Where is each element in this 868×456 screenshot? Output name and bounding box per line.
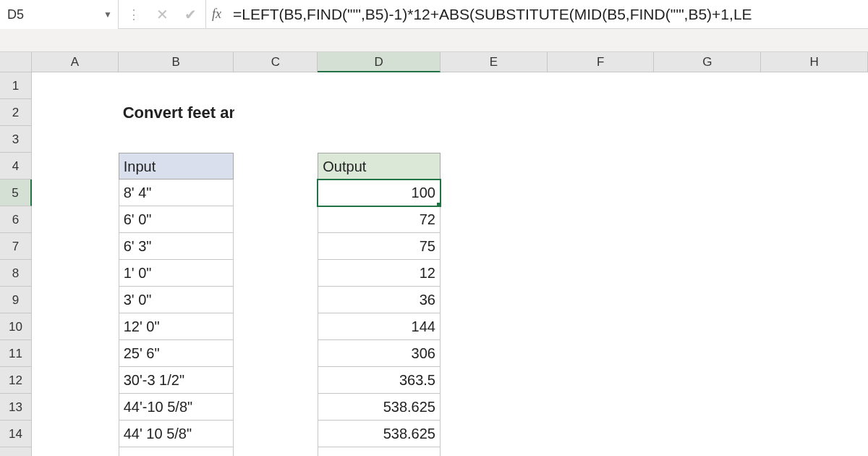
cell-H10[interactable]: [761, 313, 868, 340]
cell-G3[interactable]: [655, 126, 762, 153]
cell-H7[interactable]: [761, 233, 868, 260]
cell-D6[interactable]: 72: [318, 206, 441, 233]
cell-A3[interactable]: [32, 126, 119, 153]
cell-H15[interactable]: [761, 447, 868, 456]
cell-E12[interactable]: [441, 367, 548, 394]
cell-D14[interactable]: 538.625: [318, 421, 441, 447]
cell-H6[interactable]: [761, 206, 868, 233]
cell-A4[interactable]: [32, 153, 119, 180]
cell-F1[interactable]: [548, 72, 655, 99]
cell-G11[interactable]: [654, 340, 761, 367]
cell-G13[interactable]: [654, 394, 761, 421]
cell-F10[interactable]: [548, 313, 655, 340]
cell-A10[interactable]: [32, 313, 119, 340]
row-header-7[interactable]: 7: [0, 233, 32, 260]
row-header-11[interactable]: 11: [0, 340, 32, 367]
cell-H4[interactable]: [761, 153, 868, 180]
cell-A14[interactable]: [32, 421, 119, 447]
cell-F15[interactable]: [548, 447, 655, 456]
expand-icon[interactable]: ⋮: [127, 7, 140, 22]
cell-B3[interactable]: [119, 126, 234, 153]
cell-A13[interactable]: [32, 394, 119, 421]
cell-B7[interactable]: 6' 3": [119, 233, 234, 260]
cell-B14[interactable]: 44' 10 5/8": [119, 421, 234, 447]
cell-C1[interactable]: [234, 72, 318, 99]
cell-F8[interactable]: [548, 260, 655, 287]
cell-D7[interactable]: 75: [318, 233, 441, 260]
cell-D13[interactable]: 538.625: [318, 394, 441, 421]
cell-F7[interactable]: [548, 233, 655, 260]
cell-H12[interactable]: [761, 367, 868, 394]
cell-D11[interactable]: 306: [318, 340, 441, 367]
cell-G8[interactable]: [654, 260, 761, 287]
select-all-corner[interactable]: [0, 52, 32, 72]
cell-C3[interactable]: [234, 126, 318, 153]
cell-B2[interactable]: Convert feet and inches to inches: [119, 99, 234, 126]
col-header-B[interactable]: B: [119, 52, 234, 72]
cell-G4[interactable]: [654, 153, 761, 180]
formula-text[interactable]: =LEFT(B5,FIND("'",B5)-1)*12+ABS(SUBSTITU…: [233, 6, 752, 23]
cell-E5[interactable]: [441, 180, 548, 206]
fx-icon[interactable]: fx: [212, 7, 229, 22]
row-header-3[interactable]: 3: [0, 126, 32, 153]
row-header-8[interactable]: 8: [0, 260, 32, 287]
col-header-H[interactable]: H: [761, 52, 868, 72]
cell-E10[interactable]: [441, 313, 548, 340]
cell-E11[interactable]: [441, 340, 548, 367]
name-box-dropdown-icon[interactable]: ▼: [103, 9, 112, 20]
row-header-4[interactable]: 4: [0, 153, 32, 180]
cell-E15[interactable]: [441, 447, 548, 456]
cell-E3[interactable]: [441, 126, 548, 153]
cell-C15[interactable]: [234, 447, 318, 456]
cell-D8[interactable]: 12: [318, 260, 441, 287]
cell-E7[interactable]: [441, 233, 548, 260]
cell-E6[interactable]: [441, 206, 548, 233]
cell-F9[interactable]: [548, 287, 655, 313]
col-header-E[interactable]: E: [441, 52, 548, 72]
cell-C12[interactable]: [234, 367, 318, 394]
cell-B15[interactable]: [119, 447, 234, 456]
cell-C13[interactable]: [234, 394, 318, 421]
row-header-12[interactable]: 12: [0, 367, 32, 394]
cell-H13[interactable]: [761, 394, 868, 421]
cell-A11[interactable]: [32, 340, 119, 367]
cell-G7[interactable]: [654, 233, 761, 260]
cell-G1[interactable]: [655, 72, 762, 99]
cell-B10[interactable]: 12' 0": [119, 313, 234, 340]
cell-G14[interactable]: [654, 421, 761, 447]
cell-B8[interactable]: 1' 0": [119, 260, 234, 287]
name-box[interactable]: ▼: [0, 0, 119, 29]
cell-B1[interactable]: [119, 72, 234, 99]
cell-B9[interactable]: 3' 0": [119, 287, 234, 313]
cell-E1[interactable]: [441, 72, 548, 99]
cell-C11[interactable]: [234, 340, 318, 367]
cell-A5[interactable]: [32, 180, 119, 206]
row-header-5[interactable]: 5: [0, 180, 32, 206]
cell-A8[interactable]: [32, 260, 119, 287]
row-header-13[interactable]: 13: [0, 394, 32, 421]
cell-C2[interactable]: [234, 99, 318, 126]
cell-G2[interactable]: [655, 99, 762, 126]
cell-E4[interactable]: [441, 153, 548, 180]
cell-H9[interactable]: [761, 287, 868, 313]
row-header-15[interactable]: [0, 447, 32, 456]
cell-H5[interactable]: [761, 180, 868, 206]
cell-A1[interactable]: [32, 72, 119, 99]
col-header-D[interactable]: D: [318, 52, 441, 72]
row-header-6[interactable]: 6: [0, 206, 32, 233]
enter-icon[interactable]: ✔: [184, 6, 197, 23]
cell-E8[interactable]: [441, 260, 548, 287]
cell-B5[interactable]: 8' 4": [119, 180, 234, 206]
cell-F11[interactable]: [548, 340, 655, 367]
cell-D10[interactable]: 144: [318, 313, 441, 340]
cell-C7[interactable]: [234, 233, 318, 260]
cell-C6[interactable]: [234, 206, 318, 233]
cell-F3[interactable]: [548, 126, 655, 153]
cell-G10[interactable]: [654, 313, 761, 340]
cell-C5[interactable]: [234, 180, 318, 206]
row-header-1[interactable]: 1: [0, 72, 32, 99]
cancel-icon[interactable]: ✕: [156, 6, 169, 23]
cell-E14[interactable]: [441, 421, 548, 447]
formula-bar[interactable]: fx =LEFT(B5,FIND("'",B5)-1)*12+ABS(SUBST…: [206, 0, 868, 28]
cell-F6[interactable]: [548, 206, 655, 233]
